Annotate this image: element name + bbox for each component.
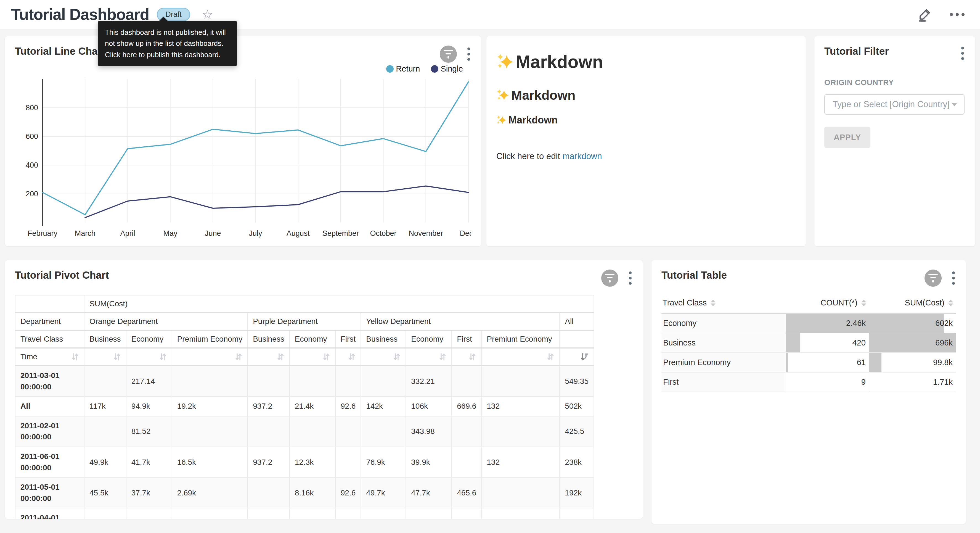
pivot-cell (336, 365, 361, 397)
sort-icon[interactable] (277, 353, 284, 361)
pivot-row-label: All (15, 397, 84, 416)
sum-cell: 696k (869, 333, 956, 353)
pivot-col-header: Business (248, 330, 290, 348)
pivot-cell: 927.77 (290, 508, 336, 519)
pivot-cell (248, 416, 290, 447)
cross-filter-icon[interactable] (440, 46, 457, 63)
table-row[interactable]: Economy2.46k602k (662, 313, 956, 334)
pivot-cell: 192k (560, 477, 594, 508)
pivot-group-header: Yellow Department (361, 313, 560, 330)
sort-icon[interactable] (159, 353, 167, 361)
table-row[interactable]: First91.71k (662, 372, 956, 392)
pivot-chart-card: Tutorial Pivot Chart SUM(Cost)Department… (5, 260, 643, 519)
table-row[interactable]: Business420696k (662, 333, 956, 353)
count-cell: 2.46k (786, 313, 869, 334)
sort-icon[interactable] (71, 353, 79, 361)
col-header-sum-cost[interactable]: SUM(Cost) (869, 294, 956, 313)
x-tick-label: August (286, 229, 310, 238)
pivot-row-label: 2011-04-01 00:00:00 (15, 508, 84, 519)
travel-class-table: Travel Class COUNT(*) SUM(Cost) Economy2… (662, 294, 956, 392)
pivot-col-header: Economy (126, 330, 172, 348)
pivot-sort-cell (172, 348, 248, 365)
x-tick-label: February (28, 229, 58, 238)
markdown-heading-1: Markdown (496, 52, 796, 72)
pivot-sort-cell (126, 348, 172, 365)
pivot-cell: 142k (361, 397, 406, 416)
sort-icon[interactable] (323, 353, 330, 361)
sort-icon[interactable] (113, 353, 121, 361)
pivot-cell: 8.16k (290, 477, 336, 508)
tooltip-line: This dashboard is not published, it will (105, 27, 230, 38)
pivot-cell: 937.2 (248, 447, 290, 477)
pivot-corner-cell (15, 295, 84, 313)
pivot-cell (248, 365, 290, 397)
pivot-cell: 81.52 (126, 416, 172, 447)
table-row[interactable]: Premium Economy6199.8k (662, 353, 956, 372)
origin-country-select[interactable]: Type or Select [Origin Country] (824, 94, 964, 115)
line-chart-card: Tutorial Line Chart Return Single Februa… (5, 36, 481, 246)
pivot-cell: 49.7k (361, 477, 406, 508)
col-header-travel-class[interactable]: Travel Class (662, 294, 786, 313)
cross-filter-icon[interactable] (924, 270, 942, 287)
pivot-cell: 92.6 (336, 477, 361, 508)
cross-filter-icon[interactable] (601, 270, 618, 287)
filter-kebab-menu-icon[interactable] (960, 46, 965, 61)
pivot-cell: 45.5k (84, 477, 126, 508)
pivot-cell (290, 416, 336, 447)
pivot-row: 2011-06-01 00:00:0049.9k41.7k16.5k937.21… (15, 447, 594, 477)
pivot-sort-cell (84, 348, 126, 365)
sort-icon[interactable] (235, 353, 242, 361)
pivot-department-label: Department (15, 313, 84, 330)
chevron-down-icon (951, 103, 957, 106)
pivot-cell: 21.4k (84, 508, 126, 519)
sort-icon[interactable] (547, 353, 554, 361)
legend-item-return[interactable]: Return (386, 64, 420, 73)
pivot-cell (290, 365, 336, 397)
pivot-sort-cell (482, 348, 560, 365)
pivot-sort-cell (248, 348, 290, 365)
edit-pencil-icon[interactable] (917, 7, 932, 22)
pivot-row: 2011-05-01 00:00:0045.5k37.7k2.69k 8.16k… (15, 477, 594, 508)
sum-cell: 602k (869, 313, 956, 334)
pivot-sort-cell (406, 348, 452, 365)
chart-kebab-menu-icon[interactable] (466, 46, 471, 62)
sparkles-icon (496, 115, 506, 125)
pivot-col-header: First (452, 330, 482, 348)
pivot-kebab-menu-icon[interactable] (628, 270, 633, 286)
publish-tooltip[interactable]: This dashboard is not published, it will… (98, 21, 237, 66)
favorite-star-icon[interactable]: ☆ (202, 8, 213, 21)
x-tick-label: November (409, 229, 443, 238)
chart-legend: Return Single (15, 64, 463, 73)
pivot-cell: 47.7k (406, 477, 452, 508)
pivot-cell: 49.9k (84, 447, 126, 477)
apply-button[interactable]: APPLY (824, 127, 870, 148)
edit-markdown-link[interactable]: markdown (563, 152, 602, 161)
row-label: Business (662, 333, 786, 353)
pivot-sort-cell (560, 348, 594, 365)
sort-icon[interactable] (348, 353, 356, 361)
line-chart-svg[interactable]: FebruaryMarchAprilMayJuneJulyAugustSepte… (15, 76, 471, 242)
x-tick-label: May (163, 229, 178, 238)
pivot-row-label: 2011-05-01 00:00:00 (15, 477, 84, 508)
col-header-count[interactable]: COUNT(*) (786, 294, 869, 313)
pivot-cell: 238k (560, 447, 594, 477)
sum-cell: 99.8k (869, 353, 956, 372)
pivot-metric-header: SUM(Cost) (84, 295, 594, 313)
x-tick-label: September (323, 229, 359, 238)
more-actions-icon[interactable] (950, 13, 964, 16)
select-placeholder: Type or Select [Origin Country] (833, 99, 950, 109)
sort-icon[interactable] (468, 353, 476, 361)
pivot-col-header: First (336, 330, 361, 348)
sort-carets-icon (861, 300, 866, 306)
x-tick-label: April (120, 229, 135, 238)
count-cell: 61 (786, 353, 869, 372)
pivot-time-header: Time (15, 348, 84, 365)
sort-icon[interactable] (393, 353, 401, 361)
table-kebab-menu-icon[interactable] (951, 270, 956, 286)
sort-icon[interactable] (439, 353, 446, 361)
sort-desc-icon[interactable] (580, 353, 589, 361)
legend-item-single[interactable]: Single (431, 64, 463, 73)
y-tick-label: 800 (25, 104, 38, 112)
pivot-col-header: Business (361, 330, 406, 348)
series-line-single[interactable] (85, 186, 468, 217)
